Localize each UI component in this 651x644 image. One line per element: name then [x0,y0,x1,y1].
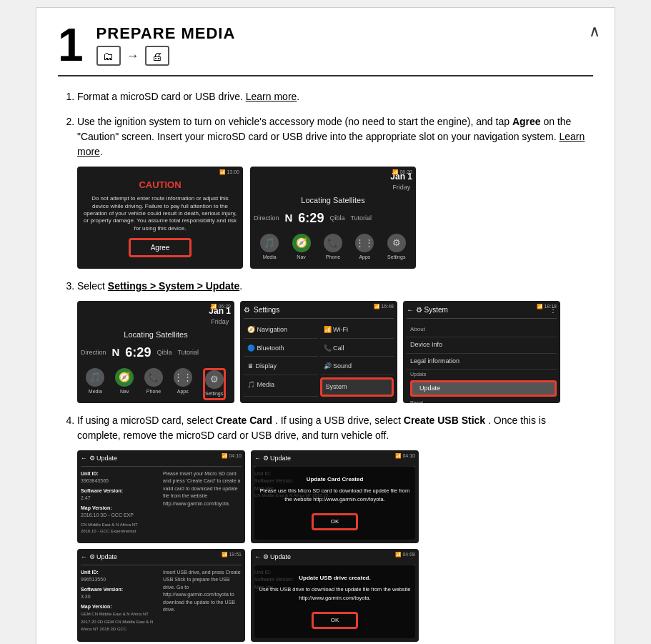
system-update-screen: 📶 18:18 ← ⚙ System ⋮ About Device Info L… [403,301,560,403]
collapse-button[interactable]: ∧ [589,22,600,41]
step2-bold-agree: Agree [512,116,541,127]
step3-text: Select [77,280,105,292]
settings-call: 📞 Call [320,341,394,357]
page-container: 1 PREPARE MEDIA 🗂 → 🖨 ∧ Format a microSD… [36,7,615,644]
create-usb-screen: 📶 19:51 ← ⚙ Update Unit ID:996513550 Sof… [77,549,245,642]
steps-list: Format a microSD card or USB drive. Lear… [61,89,590,642]
settings-media: 🎵 Media [244,377,318,397]
settings-menu-screen: 📶 16:48 ⚙Settings 🧭 Navigation 📶 Wi-Fi 🔵… [240,301,397,403]
update-content-1: Unit ID:3963843565 Software Version:2.47… [81,470,242,537]
step-3: Select Settings > System > Update. 📶 06:… [77,279,590,403]
caution-screen-image: 📶 13:00 CAUTION Do not attempt to enter … [77,167,243,269]
step1-period: . [297,91,299,102]
nav-icons-row-2: 🎵Media 🧭Nav 📞Phone ⋮⋮Apps ⚙Settings [81,368,231,400]
step1-text: Format a microSD card or USB drive. [77,91,243,102]
update-left-3: Unit ID:996513550 Software Version:3.30 … [81,569,159,635]
create-card-popup-screen: 📶 04:10 ← ⚙ Update Unit ID: Software Ver… [251,450,419,543]
card-created-popup: Update Card Created Please use this Micr… [254,466,415,540]
settings-wifi: 📶 Wi-Fi [320,322,394,339]
settings-title: ⚙Settings [244,304,394,319]
step4-images: 📶 04:10 ← ⚙ Update Unit ID:3963843565 So… [77,450,590,642]
system-legal: Legal information [407,354,557,370]
title-block: PREPARE MEDIA 🗂 → 🖨 [96,24,236,66]
arrow-icon: → [126,49,139,64]
caution-body: Do not attempt to enter route informatio… [83,195,237,232]
steps-content: Format a microSD card or USB drive. Lear… [58,89,593,642]
step-2: Use the ignition system to turn on vehic… [77,114,590,269]
usb-icon: 🗂 [96,46,121,66]
settings-navigation: 🧭 Navigation [244,322,318,339]
step4-text-before: If using a microSD card, select [77,415,213,426]
step2-period: . [100,146,103,157]
update-left-1: Unit ID:3963843565 Software Version:2.47… [81,470,159,537]
update-title-1: ← ⚙ Update [81,454,242,467]
settings-sound: 🔊 Sound [320,359,394,375]
printer-icon: 🖨 [145,46,169,66]
create-usb-popup-screen: 📶 04:08 ← ⚙ Update Unit ID: Software Ver… [251,549,419,642]
nav-home-screen-1: 📶 06:20 Jan 1 Friday Locating Satellites… [250,167,416,269]
step-number: 1 [58,22,84,68]
step1-link[interactable]: Learn more [246,91,297,102]
caution-timestamp: 📶 13:00 [219,169,239,177]
system-update-btn: Update [410,380,557,397]
create-usb-ok-btn: OK [312,612,359,629]
step-1: Format a microSD card or USB drive. Lear… [77,89,590,104]
settings-display: 🖥 Display [244,359,318,375]
step3-images: 📶 06:29 Jan 1 Friday Locating Satellites… [77,301,590,403]
section-header: 1 PREPARE MEDIA 🗂 → 🖨 ∧ [58,22,593,76]
step4-bold-usb: Create USB Stick [404,415,485,426]
step4-text-middle: . If using a USB drive, select [275,415,401,426]
update-title-3: ← ⚙ Update [81,553,242,565]
usb-created-popup: Update USB drive created. Use this USB d… [254,565,415,638]
settings-bluetooth: 🔵 Bluetooth [244,341,318,357]
step2-text-before: Use the ignition system to turn on vehic… [77,116,510,127]
section-title: PREPARE MEDIA [96,24,236,43]
system-device-info: Device Info [407,337,557,354]
step2-images: 📶 13:00 CAUTION Do not attempt to enter … [77,167,590,269]
update-content-3: Unit ID:996513550 Software Version:3.30 … [81,569,242,635]
system-title: ← ⚙ System ⋮ [407,304,557,319]
nav-home-screen-2: 📶 06:29 Jan 1 Friday Locating Satellites… [77,301,234,403]
create-card-screen: 📶 04:10 ← ⚙ Update Unit ID:3963843565 So… [77,450,245,543]
step-4: If using a microSD card, select Create C… [77,413,590,642]
create-card-ok-btn: OK [312,513,359,530]
nav-timestamp-1: 📶 06:20 [392,169,412,177]
nav-locating-1: Locating Satellites [254,194,412,207]
update-right-1: Please Insert your Micro SD card and pre… [163,470,242,537]
step3-bold-path: Settings > System > Update [108,280,239,292]
caution-title: CAUTION [139,178,181,192]
title-icons: 🗂 → 🖨 [96,46,236,66]
caution-agree-btn: Agree [129,238,192,257]
update-title-4: ← ⚙ Update [254,553,415,565]
step4-bold-card: Create Card [216,415,272,426]
system-about: About [407,322,557,337]
update-title-2: ← ⚙ Update [254,454,415,467]
settings-system: System [320,377,394,397]
nav-icons-row-1: 🎵Media 🧭Nav 📞Phone ⋮⋮Apps ⚙Settings [254,234,412,262]
update-right-3: Insert USB drive, and press Create USB S… [163,569,242,635]
